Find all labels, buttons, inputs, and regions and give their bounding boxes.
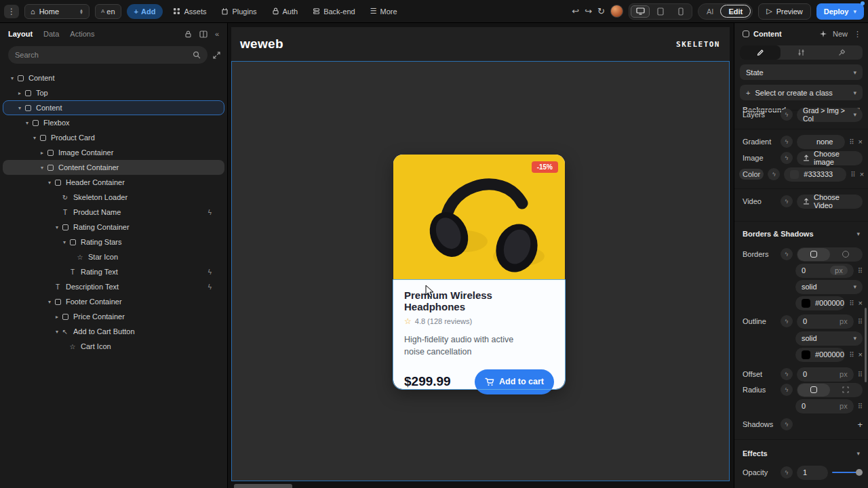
- more-button[interactable]: ☰ More: [366, 4, 402, 18]
- tree-item-18-cart-icon[interactable]: ☆Cart Icon: [3, 339, 224, 354]
- expand-tree-icon[interactable]: [213, 52, 220, 59]
- chevron-down-icon[interactable]: ▾: [46, 180, 53, 186]
- bind-icon[interactable]: ϟ: [781, 108, 793, 121]
- tree-item-6-content-container[interactable]: ▾Content Container: [3, 160, 224, 175]
- class-selector[interactable]: + Select or create a class ▾: [740, 85, 863, 100]
- tree-item-3-flexbox[interactable]: ▾Flexbox: [3, 115, 224, 130]
- tablet-device-button[interactable]: [651, 5, 670, 18]
- plugins-button[interactable]: Plugins: [216, 5, 261, 18]
- corner-radius-segment[interactable]: [830, 384, 863, 396]
- assets-button[interactable]: Assets: [168, 5, 211, 18]
- tree-item-16-price-container[interactable]: ▸Price Container: [3, 309, 224, 324]
- bind-icon[interactable]: ϟ: [781, 315, 793, 327]
- radius-input[interactable]: 0 px: [795, 399, 854, 413]
- remove-border-color-icon[interactable]: ×: [859, 299, 863, 307]
- border-width-input[interactable]: 0 px: [795, 264, 854, 278]
- edit-mode-button[interactable]: Edit: [720, 5, 751, 18]
- drag-handle-icon[interactable]: ⠿: [849, 138, 854, 146]
- drag-handle-icon[interactable]: ⠿: [858, 403, 863, 410]
- chevron-right-icon[interactable]: ▸: [39, 150, 45, 156]
- tab-interactions[interactable]: [822, 45, 863, 60]
- backend-button[interactable]: Back-end: [308, 5, 359, 18]
- tree-item-1-top[interactable]: ▸Top: [3, 85, 224, 100]
- individual-borders-segment[interactable]: [830, 248, 863, 261]
- tab-style[interactable]: [740, 45, 781, 60]
- chevron-right-icon[interactable]: ▸: [54, 314, 60, 320]
- choose-video-button[interactable]: Choose Video: [797, 195, 863, 209]
- tab-data[interactable]: Data: [43, 30, 59, 38]
- drag-handle-icon[interactable]: ⠿: [858, 318, 863, 325]
- tree-item-2-content[interactable]: ▾Content: [3, 100, 224, 115]
- offset-input[interactable]: 0 px: [797, 367, 854, 382]
- mobile-device-button[interactable]: [671, 5, 690, 18]
- all-borders-segment[interactable]: [797, 248, 830, 261]
- chevron-down-icon[interactable]: ▾: [24, 120, 31, 126]
- tab-actions[interactable]: Actions: [70, 30, 94, 38]
- search-input[interactable]: [15, 51, 193, 59]
- product-card[interactable]: -15% Premium Wireless Headphones ☆ 4.8 (…: [393, 155, 565, 389]
- remove-gradient-icon[interactable]: ×: [859, 138, 863, 146]
- bind-icon[interactable]: ϟ: [781, 152, 793, 164]
- tree-item-10-rating-container[interactable]: ▾Rating Container: [3, 220, 224, 235]
- background-color-button[interactable]: #333333: [784, 167, 846, 182]
- opacity-slider[interactable]: [832, 468, 863, 476]
- tab-layout[interactable]: Layout: [8, 30, 33, 38]
- bind-icon[interactable]: ϟ: [781, 384, 793, 396]
- new-button[interactable]: New: [833, 30, 848, 38]
- tree-item-0-content[interactable]: ▾Content: [3, 70, 224, 85]
- tab-settings[interactable]: [781, 45, 821, 60]
- state-selector[interactable]: State ▾: [740, 64, 863, 80]
- more-options-icon[interactable]: ⋮: [854, 30, 861, 39]
- tree-item-15-footer-container[interactable]: ▾Footer Container: [3, 294, 224, 309]
- drag-handle-icon[interactable]: ⠿: [858, 371, 863, 378]
- layers-order-select[interactable]: Grad > Img > Col ▾: [797, 108, 863, 122]
- redo-button[interactable]: ↪: [585, 6, 592, 16]
- language-button[interactable]: A en: [95, 4, 121, 19]
- tree-item-7-header-container[interactable]: ▾Header Container: [3, 175, 224, 190]
- panel-scrollbar[interactable]: [865, 308, 867, 382]
- ai-mode-button[interactable]: AI: [700, 7, 720, 16]
- chevron-down-icon[interactable]: ▾: [54, 329, 60, 335]
- chevron-down-icon[interactable]: ▾: [39, 165, 45, 171]
- tree-item-5-image-container[interactable]: ▸Image Container: [3, 145, 224, 160]
- product-content-container[interactable]: Premium Wireless Headphones ☆ 4.8 (128 r…: [393, 280, 565, 394]
- bind-icon[interactable]: ϟ: [781, 466, 793, 479]
- tree-item-13-rating-text[interactable]: TRating Textϟ: [3, 264, 224, 279]
- add-to-cart-button[interactable]: Add to cart: [475, 369, 554, 394]
- section-borders-shadows[interactable]: Borders & Shadows ▾: [743, 229, 860, 239]
- tree-item-9-product-name[interactable]: TProduct Nameϟ: [3, 205, 224, 220]
- user-avatar[interactable]: [610, 5, 623, 18]
- chevron-down-icon[interactable]: ▾: [54, 224, 60, 230]
- chevron-down-icon[interactable]: ▾: [16, 105, 23, 111]
- outline-style-select[interactable]: solid ▾: [795, 331, 863, 346]
- add-shadow-button[interactable]: +: [857, 420, 863, 430]
- tree-item-4-product-card[interactable]: ▾Product Card: [3, 130, 224, 145]
- drag-handle-icon[interactable]: ⠿: [849, 300, 854, 307]
- border-width-unit[interactable]: px: [830, 266, 848, 275]
- page-selector[interactable]: ⌂ Home ▲▼: [24, 4, 90, 19]
- add-button[interactable]: + Add: [127, 4, 163, 19]
- remove-outline-color-icon[interactable]: ×: [859, 350, 863, 359]
- drag-handle-icon[interactable]: ⠿: [858, 267, 863, 274]
- chevron-down-icon[interactable]: ▾: [61, 239, 68, 245]
- tree-item-14-description-text[interactable]: TDescription Textϟ: [3, 279, 224, 294]
- drag-handle-icon[interactable]: ⠿: [849, 351, 854, 359]
- bind-icon[interactable]: ϟ: [768, 168, 780, 180]
- uniform-radius-segment[interactable]: [797, 384, 830, 396]
- collapse-panel-icon[interactable]: «: [215, 30, 219, 38]
- tree-item-11-rating-stars[interactable]: ▾Rating Stars: [3, 235, 224, 249]
- chevron-down-icon[interactable]: ▾: [46, 299, 53, 305]
- tree-item-12-star-icon[interactable]: ☆Star Icon: [3, 249, 224, 264]
- opacity-input[interactable]: 1: [797, 466, 828, 480]
- bind-icon[interactable]: ϟ: [781, 418, 793, 430]
- desktop-device-button[interactable]: [631, 5, 650, 18]
- undo-button[interactable]: ↩: [572, 6, 579, 16]
- auth-button[interactable]: Auth: [267, 5, 303, 18]
- deploy-button[interactable]: Deploy ▾: [816, 3, 864, 20]
- section-effects[interactable]: Effects ▾: [743, 449, 860, 458]
- outline-color-button[interactable]: #000000: [795, 348, 845, 362]
- chevron-down-icon[interactable]: ▾: [9, 75, 16, 81]
- tree-item-8-skeleton-loader[interactable]: ↻Skeleton Loader: [3, 190, 224, 205]
- sync-button[interactable]: ↻: [597, 6, 605, 16]
- bind-icon[interactable]: ϟ: [781, 195, 793, 207]
